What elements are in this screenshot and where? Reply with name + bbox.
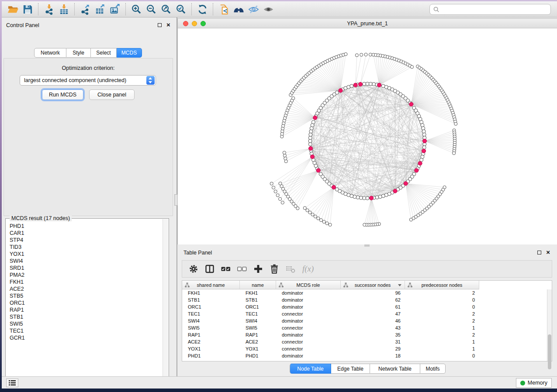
toolbar-separator: [213, 3, 213, 15]
new-network-from-selection-icon[interactable]: [216, 3, 231, 16]
column-header-shared-name[interactable]: shared name: [182, 281, 240, 289]
refresh-icon[interactable]: [195, 3, 210, 16]
node-table[interactable]: shared namenameMCDS rolesuccessor nodesp…: [182, 280, 552, 361]
toolbar-separator: [125, 3, 126, 15]
table-row[interactable]: FKH1FKH1dominator962: [182, 289, 547, 296]
mcds-result-scrollbar[interactable]: [163, 219, 168, 380]
cell: 43: [341, 325, 405, 330]
tab-motifs[interactable]: Motifs: [420, 364, 446, 374]
mcds-result-item[interactable]: YOX1: [10, 251, 163, 258]
table-scrollbar[interactable]: [547, 289, 552, 361]
mcds-result-item[interactable]: SWI4: [10, 258, 163, 265]
tab-mcds[interactable]: MCDS: [117, 48, 142, 58]
column-label: predecessor nodes: [422, 282, 463, 288]
export-image-icon[interactable]: [107, 3, 122, 16]
export-table-icon[interactable]: [93, 3, 107, 16]
zoom-selected-icon[interactable]: [173, 3, 188, 16]
mcds-result-item[interactable]: STB1: [10, 313, 163, 320]
mcds-result-list[interactable]: PHD1CAR1STP4TID3YOX1SWI4SRD1PMA2FKH1ACE2…: [6, 219, 163, 380]
table-row[interactable]: ACE2ACE2connector311: [182, 338, 547, 345]
cell: 47: [341, 311, 405, 316]
table-row[interactable]: SWI4SWI4dominator462: [182, 317, 547, 324]
mcds-result-item[interactable]: STP4: [10, 237, 163, 244]
delete-column-trash-icon[interactable]: [270, 264, 279, 274]
mcds-result-item[interactable]: PMA2: [10, 272, 163, 279]
mcds-result-item[interactable]: GCR1: [10, 334, 163, 341]
cell: dominator: [276, 304, 341, 309]
hide-selected-eye-slash-icon[interactable]: [246, 3, 261, 16]
optimization-select[interactable]: largest connected component (undirected): [20, 75, 156, 86]
memory-status-dot-icon: [520, 381, 525, 385]
network-window-titlebar[interactable]: YPA_prune.txt_1: [178, 19, 557, 28]
control-panel-title: Control Panel: [6, 22, 39, 28]
table-row[interactable]: ORC1ORC1dominator610: [182, 303, 547, 310]
table-row[interactable]: TEC1TEC1connector472: [182, 310, 547, 317]
cell: connector: [276, 346, 341, 351]
cell: STB1: [182, 297, 240, 303]
task-history-list-icon[interactable]: [6, 378, 18, 387]
mcds-result-item[interactable]: SWI5: [10, 320, 163, 327]
mcds-result-item[interactable]: TID3: [10, 244, 163, 251]
column-header-name[interactable]: name: [240, 281, 276, 289]
zoom-out-icon[interactable]: [144, 3, 159, 16]
optimization-criterion-label: Optimization criterion:: [4, 65, 173, 71]
import-network-icon[interactable]: [42, 3, 56, 16]
show-hide-columns-icon[interactable]: [205, 264, 214, 274]
mcds-result-item[interactable]: SRD1: [10, 265, 163, 272]
close-panel-button[interactable]: Close panel: [89, 89, 135, 100]
first-neighbors-icon[interactable]: [231, 3, 246, 16]
mcds-result-item[interactable]: TEC1: [10, 327, 163, 334]
cell: 2: [405, 318, 479, 323]
table-row[interactable]: RAP1RAP1dominator352: [182, 331, 547, 338]
float-table-panel-icon[interactable]: [537, 251, 541, 254]
zoom-in-icon[interactable]: [129, 3, 144, 16]
settings-gear-icon[interactable]: [189, 264, 198, 274]
show-all-eye-icon[interactable]: [261, 3, 276, 16]
hierarchy-icon: [185, 282, 190, 288]
column-header-MCDS-role[interactable]: MCDS role: [276, 281, 341, 289]
tab-select[interactable]: Select: [91, 48, 117, 58]
run-mcds-button[interactable]: Run MCDS: [42, 89, 83, 100]
import-table-icon[interactable]: [56, 3, 71, 16]
mcds-result-item[interactable]: ORC1: [10, 299, 163, 306]
cell: dominator: [276, 290, 341, 296]
search-input[interactable]: [442, 7, 547, 13]
mcds-result-item[interactable]: FKH1: [10, 279, 163, 285]
export-network-icon[interactable]: [78, 3, 93, 16]
tab-style[interactable]: Style: [66, 48, 91, 58]
network-graph[interactable]: [178, 28, 557, 244]
mcds-tab-content: Optimization criterion: largest connecte…: [3, 58, 173, 216]
close-panel-icon[interactable]: ×: [166, 23, 170, 27]
tab-edge-table[interactable]: Edge Table: [331, 364, 370, 374]
table-row[interactable]: SWI5SWI5connector431: [182, 324, 547, 331]
open-file-icon[interactable]: [5, 3, 20, 16]
float-panel-icon[interactable]: [158, 23, 162, 27]
mcds-result-item[interactable]: ACE2: [10, 285, 163, 292]
network-view[interactable]: [178, 28, 557, 244]
zoom-fit-icon[interactable]: [159, 3, 173, 16]
save-session-icon[interactable]: [20, 3, 35, 16]
add-column-plus-icon[interactable]: [253, 264, 263, 274]
search-box[interactable]: [429, 4, 551, 15]
memory-button[interactable]: Memory: [516, 378, 552, 388]
tab-node-table[interactable]: Node Table: [290, 364, 331, 374]
select-all-icon[interactable]: [221, 264, 231, 274]
cell: 2: [405, 311, 479, 316]
tab-network-table[interactable]: Network Table: [370, 364, 420, 374]
mcds-result-item[interactable]: RAP1: [10, 306, 163, 313]
table-row[interactable]: YOX1YOX1connector291: [182, 345, 547, 352]
table-row[interactable]: PHD1PHD1dominator180: [182, 352, 547, 359]
close-table-panel-icon[interactable]: ×: [546, 250, 550, 254]
mcds-result-item[interactable]: STB5: [10, 292, 163, 299]
table-row[interactable]: STB1STB1dominator620: [182, 296, 547, 303]
control-panel-tabs: NetworkStyleSelectMCDS: [34, 48, 142, 58]
mcds-result-item[interactable]: PHD1: [10, 223, 163, 230]
memory-button-label: Memory: [528, 380, 547, 386]
column-header-predecessor-nodes[interactable]: predecessor nodes: [405, 281, 479, 289]
table-scrollbar-thumb[interactable]: [548, 334, 551, 369]
cell: YOX1: [240, 346, 276, 351]
deselect-all-icon[interactable]: [237, 264, 247, 274]
tab-network[interactable]: Network: [34, 48, 66, 58]
mcds-result-item[interactable]: CAR1: [10, 230, 163, 237]
column-header-successor-nodes[interactable]: successor nodes: [341, 281, 405, 289]
